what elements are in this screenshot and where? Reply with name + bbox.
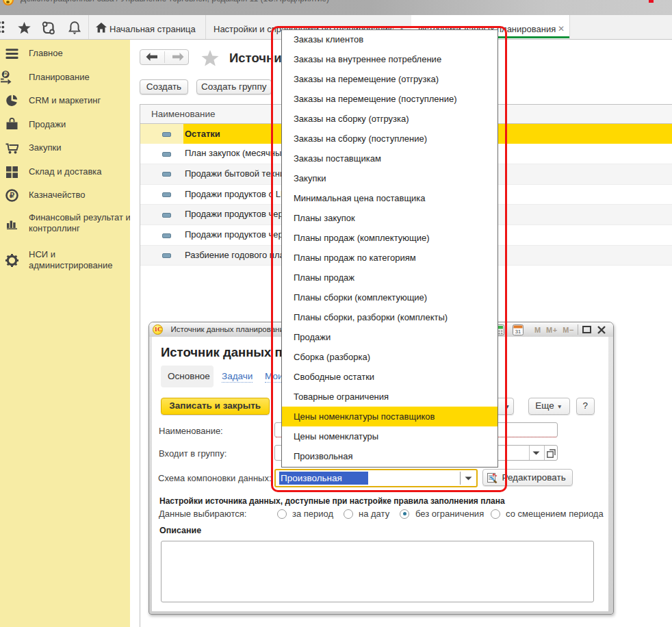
svg-text:31: 31 [515, 329, 520, 335]
svg-text:₽: ₽ [10, 191, 14, 199]
svg-text:₽: ₽ [3, 71, 8, 78]
